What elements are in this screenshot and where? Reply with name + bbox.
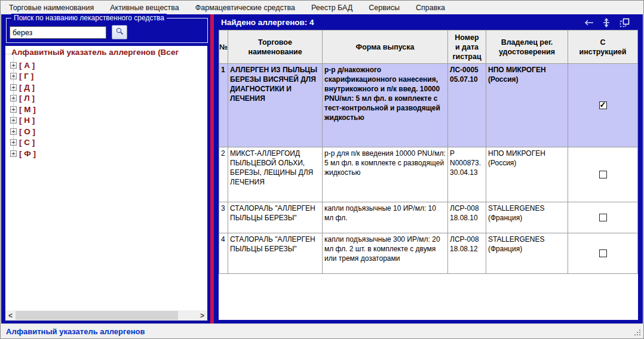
allergen-tree: Алфавитный указатель аллергенов (Всег + … <box>5 46 207 159</box>
trade-name-cell: МИКСТ-АЛЛЕРГОИД ПЫЛЬЦЕВОЙ ОЛЬХИ, БЕРЕЗЫ,… <box>228 147 323 202</box>
tree-item-g[interactable]: + [ Г ] <box>5 71 207 82</box>
scrollbar-thumb[interactable] <box>16 311 178 320</box>
expand-plus-icon[interactable]: + <box>10 128 17 135</box>
results-toolbar <box>583 18 630 27</box>
col-header-trade-name[interactable]: Торговое наименование <box>228 30 323 63</box>
main-area: Поиск по названию лекарственного средств… <box>1 14 643 323</box>
tree-item-m[interactable]: + [ М ] <box>5 104 207 115</box>
owner-cell: STALLERGENES (Франция) <box>486 202 568 233</box>
trade-name-cell: СТАЛОРАЛЬ "АЛЛЕРГЕН ПЫЛЬЦЫ БЕРЕЗЫ" <box>228 202 323 233</box>
expand-plus-icon[interactable]: + <box>10 150 17 157</box>
cascade-windows-icon[interactable] <box>619 18 630 27</box>
expand-plus-icon[interactable]: + <box>10 73 17 79</box>
table-header-row: № Торговое наименование Форма выпуска Но… <box>219 30 637 64</box>
col-header-reg-number[interactable]: Номер и дата гистрац <box>448 30 486 63</box>
col-header-release-form[interactable]: Форма выпуска <box>323 30 448 63</box>
results-table: № Торговое наименование Форма выпуска Но… <box>219 30 638 274</box>
owner-cell: STALLERGENES (Франция) <box>486 233 568 273</box>
scroll-left-icon[interactable] <box>5 310 16 320</box>
menu-active-substances[interactable]: Активные вещества <box>110 4 179 12</box>
reg-number-cell: ЛСР-008 18.08.10 <box>448 202 486 233</box>
release-form-cell: р-р для п/к введения 10000 PNU/мл: 5 мл … <box>323 147 448 202</box>
search-input[interactable] <box>10 26 106 39</box>
left-panel: Поиск по названию лекарственного средств… <box>1 14 210 323</box>
col-header-owner[interactable]: Владелец рег. удостоверения <box>486 30 568 63</box>
menu-trade-names[interactable]: Торговые наименования <box>9 4 94 12</box>
menu-bar: Торговые наименования Активные вещества … <box>1 1 643 14</box>
menu-pharmaceutical-means[interactable]: Фармацевтические средства <box>195 4 295 12</box>
reg-number-cell: ЛСР-008 18.08.12 <box>448 233 486 273</box>
table-row[interactable]: 4 СТАЛОРАЛЬ "АЛЛЕРГЕН ПЫЛЬЦЫ БЕРЕЗЫ" кап… <box>219 233 637 274</box>
menu-help[interactable]: Справка <box>416 4 445 12</box>
resize-grip-icon[interactable] <box>634 329 642 337</box>
allergen-tree-panel: Алфавитный указатель аллергенов (Всег + … <box>5 45 208 321</box>
row-number: 1 <box>219 64 228 147</box>
reg-number-cell: Р N000873. 30.04.13 <box>448 147 486 202</box>
magnifier-icon <box>115 27 124 38</box>
results-table-container: № Торговое наименование Форма выпуска Но… <box>219 30 638 320</box>
status-text: Алфавитный указатель аллергенов <box>6 327 145 336</box>
instruction-cell <box>568 64 637 147</box>
table-row[interactable]: 2 МИКСТ-АЛЛЕРГОИД ПЫЛЬЦЕВОЙ ОЛЬХИ, БЕРЕЗ… <box>219 147 637 202</box>
horizontal-scrollbar[interactable] <box>5 310 207 320</box>
row-number: 2 <box>219 147 228 202</box>
release-form-cell: капли подъязычные 10 ИР/мл: 10 мл фл. <box>323 202 448 233</box>
trade-name-cell: СТАЛОРАЛЬ "АЛЛЕРГЕН ПЫЛЬЦЫ БЕРЕЗЫ" <box>228 233 323 273</box>
fit-height-icon[interactable] <box>601 18 612 27</box>
instruction-checkbox[interactable] <box>599 171 607 178</box>
app-window: Торговые наименования Активные вещества … <box>0 0 644 339</box>
table-row[interactable]: 3 СТАЛОРАЛЬ "АЛЛЕРГЕН ПЫЛЬЦЫ БЕРЕЗЫ" кап… <box>219 202 637 233</box>
reg-number-cell: ЛС-0005 05.07.10 <box>448 64 486 147</box>
instruction-cell <box>568 202 637 233</box>
tree-item-f[interactable]: + [ Ф ] <box>5 148 207 159</box>
tree-root-label[interactable]: Алфавитный указатель аллергенов (Всег <box>5 48 207 60</box>
menu-services[interactable]: Сервисы <box>369 4 400 12</box>
tree-item-d[interactable]: + [ Д ] <box>5 82 207 93</box>
results-title: Найдено аллергенов: 4 <box>221 18 314 27</box>
results-panel: Найдено аллергенов: 4 <box>214 14 643 323</box>
trade-name-cell: АЛЛЕРГЕН ИЗ ПЫЛЬЦЫ БЕРЕЗЫ ВИСЯЧЕЙ ДЛЯ ДИ… <box>228 64 323 147</box>
menu-bad-registry[interactable]: Реестр БАД <box>311 4 352 12</box>
tree-item-s[interactable]: + [ С ] <box>5 137 207 149</box>
release-form-cell: капли подъязычные 300 ИР/мл: 20 мл фл. 2… <box>323 233 448 273</box>
search-button[interactable] <box>112 25 127 39</box>
expand-plus-icon[interactable]: + <box>10 117 17 124</box>
release-form-cell: р-р д/накожного скарификационного нанесе… <box>323 64 448 147</box>
tree-item-n[interactable]: + [ Н ] <box>5 115 207 127</box>
search-groupbox: Поиск по названию лекарственного средств… <box>6 18 208 43</box>
expand-plus-icon[interactable]: + <box>10 106 17 113</box>
search-group-label: Поиск по названию лекарственного средств… <box>11 14 167 22</box>
tree-item-l[interactable]: + [ Л ] <box>5 93 207 104</box>
tree-item-a[interactable]: + [ А ] <box>5 60 207 71</box>
instruction-checkbox[interactable] <box>599 214 607 221</box>
expand-plus-icon[interactable]: + <box>10 84 17 91</box>
instruction-cell <box>568 147 637 202</box>
instruction-cell <box>568 233 637 273</box>
back-arrow-icon[interactable] <box>583 18 594 27</box>
tree-item-o[interactable]: + [ О ] <box>5 126 207 137</box>
col-header-instruction[interactable]: С инструкцией <box>568 30 637 63</box>
expand-plus-icon[interactable]: + <box>10 95 17 101</box>
status-bar: Алфавитный указатель аллергенов <box>1 323 643 338</box>
scroll-right-icon[interactable] <box>197 310 207 320</box>
expand-plus-icon[interactable]: + <box>10 62 17 69</box>
instruction-checkbox[interactable] <box>599 101 607 109</box>
table-row[interactable]: 1 АЛЛЕРГЕН ИЗ ПЫЛЬЦЫ БЕРЕЗЫ ВИСЯЧЕЙ ДЛЯ … <box>219 64 637 147</box>
instruction-checkbox[interactable] <box>599 249 607 257</box>
col-header-number[interactable]: № <box>219 30 228 63</box>
expand-plus-icon[interactable]: + <box>10 139 17 146</box>
owner-cell: НПО МИКРОГЕН (Россия) <box>486 64 568 147</box>
row-number: 3 <box>219 202 228 233</box>
row-number: 4 <box>219 233 228 273</box>
owner-cell: НПО МИКРОГЕН (Россия) <box>486 147 568 202</box>
